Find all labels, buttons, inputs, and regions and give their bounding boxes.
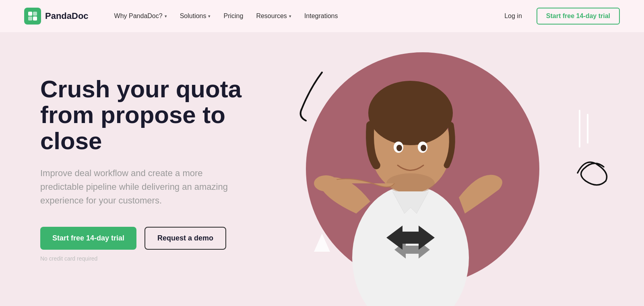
svg-rect-1 [33,12,37,16]
nav-label-resources: Resources [256,12,287,20]
nav-links: Why PandaDoc? ▾ Solutions ▾ Pricing Reso… [109,9,498,23]
nav-item-why[interactable]: Why PandaDoc? ▾ [109,9,173,23]
logo-text: PandaDoc [45,11,89,21]
svg-point-16 [314,175,338,191]
navbar: PandaDoc Why PandaDoc? ▾ Solutions ▾ Pri… [0,0,644,32]
cta-secondary-button[interactable]: Request a demo [144,227,226,250]
nav-item-resources[interactable]: Resources ▾ [250,9,297,23]
cta-primary-button[interactable]: Start free 14-day trial [40,227,136,250]
nav-label-why: Why PandaDoc? [114,12,163,20]
hero-buttons: Start free 14-day trial Request a demo [40,227,274,250]
nav-item-solutions[interactable]: Solutions ▾ [174,9,217,23]
doodle-vertical-lines [576,109,600,149]
hero-right [274,32,644,306]
nav-item-pricing[interactable]: Pricing [218,9,249,23]
nav-label-integrations: Integrations [304,12,338,20]
doodle-triangle [312,232,332,254]
nav-item-integrations[interactable]: Integrations [299,9,344,23]
svg-rect-2 [28,16,32,21]
doodle-scribble-circle [574,153,618,189]
chevron-down-icon-2: ▾ [208,14,211,19]
svg-rect-3 [33,16,37,21]
chevron-down-icon-3: ▾ [289,14,291,19]
hero-headline: Crush your quota from propose to close [40,76,258,154]
login-button[interactable]: Log in [498,9,528,23]
svg-rect-0 [28,12,32,16]
doodle-swoosh [290,68,338,125]
hero-section: Crush your quota from propose to close I… [0,32,644,306]
no-credit-text: No credit card required [40,255,274,262]
nav-actions: Log in Start free 14-day trial [498,8,620,25]
nav-label-solutions: Solutions [180,12,206,20]
chevron-down-icon: ▾ [165,14,167,19]
svg-point-10 [368,81,453,145]
nav-label-pricing: Pricing [223,12,243,20]
trial-nav-button[interactable]: Start free 14-day trial [537,8,620,25]
svg-marker-6 [314,234,330,252]
hero-left: Crush your quota from propose to close I… [0,32,274,306]
svg-point-14 [396,145,402,151]
svg-point-15 [421,145,426,151]
logo-icon [24,8,41,25]
hero-subtext: Improve deal workflow and create a more … [40,166,246,207]
logo-area[interactable]: PandaDoc [24,8,89,25]
